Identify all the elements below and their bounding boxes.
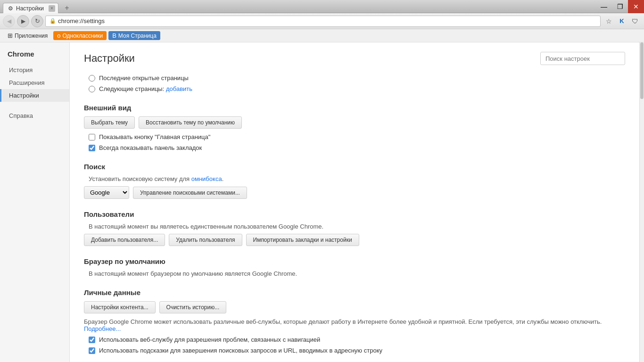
personal-data-info: Браузер Google Chrome может использовать… bbox=[84, 318, 625, 332]
toolbar: ◀ ▶ ↻ 🔒 chrome://settings ☆ K 🛡 bbox=[0, 13, 644, 29]
bookmark-button[interactable]: ☆ bbox=[603, 15, 615, 27]
close-button[interactable]: ✕ bbox=[628, 0, 644, 13]
add-user-button[interactable]: Добавить пользователя... bbox=[84, 234, 165, 246]
search-info: Установить поисковую систему для омнибок… bbox=[84, 175, 625, 182]
apps-icon: ⊞ bbox=[8, 32, 13, 39]
tab-favicon: ⚙ bbox=[8, 5, 13, 12]
search-title: Поиск bbox=[84, 163, 625, 171]
sidebar: Chrome История Расширения Настройки Спра… bbox=[0, 42, 70, 362]
bookmark-apps[interactable]: ⊞ Приложения bbox=[4, 31, 51, 40]
sidebar-title: Chrome bbox=[0, 50, 69, 64]
manage-search-engines-button[interactable]: Управление поисковыми системами... bbox=[133, 187, 247, 199]
show-home-button-row: Показывать кнопку "Главная страница" bbox=[84, 133, 625, 140]
bookmark-odnoklassniki[interactable]: о Одноклассники bbox=[53, 31, 107, 40]
settings-content: Настройки Последние открытые страницы Сл… bbox=[70, 42, 639, 362]
content-settings-button[interactable]: Настройки контента... bbox=[84, 301, 156, 313]
show-bookmarks-bar-checkbox[interactable] bbox=[89, 145, 95, 151]
kaspersky-button[interactable]: K bbox=[616, 15, 628, 27]
default-browser-title: Браузер по умолчанию bbox=[84, 257, 625, 265]
refresh-button[interactable]: ↻ bbox=[31, 15, 43, 27]
sidebar-item-extensions[interactable]: Расширения bbox=[0, 76, 69, 89]
search-section: Поиск Установить поисковую систему для о… bbox=[84, 163, 625, 199]
radio-next-pages-row: Следующие страницы: добавить bbox=[84, 85, 625, 92]
maximize-button[interactable]: ❐ bbox=[612, 0, 628, 13]
content-header: Настройки bbox=[84, 52, 625, 65]
vk-icon: В bbox=[112, 32, 116, 39]
choose-theme-button[interactable]: Выбрать тему bbox=[84, 116, 135, 129]
window-controls: — ❐ ✕ bbox=[596, 0, 644, 13]
active-tab[interactable]: ⚙ Настройки × bbox=[3, 3, 58, 13]
users-section: Пользователи В настоящий момент вы являе… bbox=[84, 210, 625, 246]
odnoklassniki-icon: о bbox=[57, 32, 60, 39]
bookmarks-bar: ⊞ Приложения о Одноклассники В Моя Стран… bbox=[0, 29, 644, 42]
scrollbar-track[interactable] bbox=[639, 42, 644, 362]
apps-label: Приложения bbox=[15, 33, 48, 39]
learn-more-link[interactable]: Подробнее... bbox=[84, 325, 121, 332]
show-bookmarks-bar-row: Всегда показывать панель закладок bbox=[84, 144, 625, 151]
search-suggestions-row: Использовать подсказки для завершения по… bbox=[84, 347, 625, 354]
odnoklassniki-label: Одноклассники bbox=[62, 33, 103, 39]
search-suggestions-checkbox[interactable] bbox=[89, 347, 95, 354]
sidebar-help-label: Справка bbox=[9, 112, 33, 119]
address-icon: 🔒 bbox=[50, 18, 56, 24]
toolbar-actions: ☆ K 🛡 bbox=[603, 15, 641, 27]
omnibox-link[interactable]: омнибокса bbox=[191, 175, 222, 182]
appearance-buttons: Выбрать тему Восстановить тему по умолча… bbox=[84, 116, 625, 129]
forward-button[interactable]: ▶ bbox=[17, 15, 29, 27]
tab-strip: ⚙ Настройки × + bbox=[3, 0, 74, 13]
radio-last-pages-label: Последние открытые страницы bbox=[99, 74, 189, 82]
nav-error-service-label: Использовать веб-службу для разрешения п… bbox=[99, 336, 320, 343]
radio-last-pages-row: Последние открытые страницы bbox=[84, 74, 625, 82]
radio-last-pages[interactable] bbox=[89, 75, 95, 82]
add-pages-link[interactable]: добавить bbox=[166, 85, 192, 92]
users-info: В настоящий момент вы являетесь единстве… bbox=[84, 223, 625, 230]
search-engine-select[interactable]: Google bbox=[84, 186, 129, 199]
sidebar-item-settings[interactable]: Настройки bbox=[0, 89, 69, 102]
nav-error-service-row: Использовать веб-службу для разрешения п… bbox=[84, 336, 625, 343]
scrollbar-thumb[interactable] bbox=[640, 42, 644, 99]
main-layout: Chrome История Расширения Настройки Спра… bbox=[0, 42, 644, 362]
personal-data-buttons: Настройки контента... Очистить историю..… bbox=[84, 301, 625, 313]
address-text: chrome://settings bbox=[58, 17, 105, 25]
sidebar-item-history[interactable]: История bbox=[0, 64, 69, 76]
personal-data-title: Личные данные bbox=[84, 288, 625, 296]
users-buttons: Добавить пользователя... Удалить пользов… bbox=[84, 234, 625, 246]
sidebar-history-label: История bbox=[9, 66, 33, 74]
titlebar: ⚙ Настройки × + — ❐ ✕ bbox=[0, 0, 644, 13]
page-title: Настройки bbox=[84, 52, 135, 65]
default-browser-info: В настоящий момент браузером по умолчани… bbox=[84, 270, 625, 277]
back-button[interactable]: ◀ bbox=[3, 15, 15, 27]
radio-next-pages[interactable] bbox=[89, 86, 95, 92]
show-bookmarks-bar-label: Всегда показывать панель закладок bbox=[99, 144, 202, 151]
show-home-button-label: Показывать кнопку "Главная страница" bbox=[99, 133, 210, 140]
tab-close-button[interactable]: × bbox=[49, 5, 55, 12]
appearance-section: Внешний вид Выбрать тему Восстановить те… bbox=[84, 104, 625, 151]
show-home-button-checkbox[interactable] bbox=[89, 134, 95, 140]
nav-error-service-checkbox[interactable] bbox=[89, 337, 95, 343]
vk-label: Моя Страница bbox=[118, 33, 157, 39]
personal-data-section: Личные данные Настройки контента... Очис… bbox=[84, 288, 625, 354]
tab-title: Настройки bbox=[16, 5, 44, 12]
sidebar-settings-label: Настройки bbox=[9, 92, 39, 99]
default-browser-section: Браузер по умолчанию В настоящий момент … bbox=[84, 257, 625, 277]
settings-search-input[interactable] bbox=[540, 52, 625, 65]
restore-theme-button[interactable]: Восстановить тему по умолчанию bbox=[139, 116, 242, 129]
appearance-title: Внешний вид bbox=[84, 104, 625, 112]
radio-next-pages-label: Следующие страницы: добавить bbox=[99, 85, 192, 92]
startup-section: Последние открытые страницы Следующие ст… bbox=[84, 74, 625, 92]
search-suggestions-label: Использовать подсказки для завершения по… bbox=[99, 347, 382, 354]
sidebar-item-help[interactable]: Справка bbox=[0, 109, 69, 122]
sidebar-extensions-label: Расширения bbox=[9, 79, 45, 86]
clear-history-button[interactable]: Очистить историю... bbox=[159, 301, 227, 313]
kaspersky2-button[interactable]: 🛡 bbox=[629, 15, 641, 27]
bookmark-vk[interactable]: В Моя Страница bbox=[108, 31, 160, 40]
import-bookmarks-button[interactable]: Импортировать закладки и настройки bbox=[246, 234, 359, 246]
address-bar[interactable]: 🔒 chrome://settings bbox=[45, 16, 601, 27]
remove-user-button[interactable]: Удалить пользователя bbox=[169, 234, 242, 246]
search-engine-row: Google Управление поисковыми системами..… bbox=[84, 186, 625, 199]
minimize-button[interactable]: — bbox=[596, 0, 612, 13]
users-title: Пользователи bbox=[84, 210, 625, 218]
new-tab-button[interactable]: + bbox=[60, 3, 74, 13]
